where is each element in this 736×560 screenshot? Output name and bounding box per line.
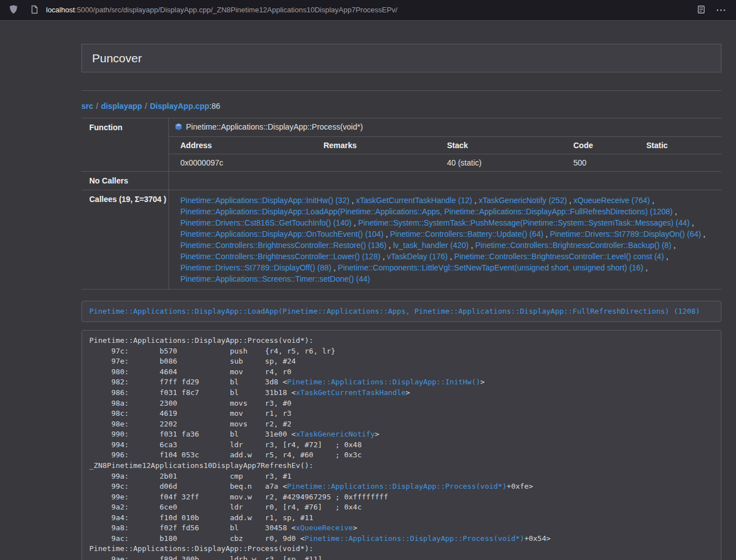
callee-link[interactable]: Pinetime::Applications::DisplayApp::Load… <box>180 207 673 216</box>
col-header-stack: Stack <box>436 137 562 154</box>
col-header-code: Code <box>562 137 635 154</box>
url-text: localhost:5000/path/src/displayapp/Displ… <box>46 6 397 14</box>
callee-link[interactable]: Pinetime::Components::LittleVgl::SetNewT… <box>338 263 643 272</box>
callee-link[interactable]: lv_task_handler (420) <box>393 241 469 250</box>
breadcrumb-link-displayapp[interactable]: displayapp <box>101 102 142 111</box>
callee-link[interactable]: Pinetime::Applications::DisplayApp::Init… <box>180 196 349 205</box>
symbol-static <box>635 154 721 172</box>
callee-link[interactable]: vTaskDelay (176) <box>387 252 447 261</box>
callee-link[interactable]: Pinetime::Applications::DisplayApp::OnTo… <box>180 229 383 238</box>
callee-link[interactable]: xTaskGetCurrentTaskHandle (12) <box>356 196 472 205</box>
no-callers-label: No Callers <box>81 172 169 190</box>
callee-link[interactable]: Pinetime::Controllers::BrightnessControl… <box>454 252 664 261</box>
symbol-stack: 40 (static) <box>436 154 562 172</box>
function-icon <box>175 123 182 132</box>
page-title: Puncover <box>92 52 142 65</box>
callees-list: Pinetime::Applications::DisplayApp::Init… <box>169 190 721 290</box>
symbol-table: Address Remarks Stack Code Static 0x0000… <box>169 137 721 171</box>
breadcrumb: src/displayapp/DisplayApp.cpp:86 <box>81 100 721 112</box>
code-symbol-link[interactable]: Pinetime::Applications::DisplayApp::Proc… <box>305 534 524 543</box>
no-callers-row: No Callers <box>81 172 721 190</box>
code-symbol-link[interactable]: Pinetime::Applications::DisplayApp::Init… <box>287 378 480 386</box>
callee-link[interactable]: xQueueReceive (764) <box>574 196 650 205</box>
callee-link[interactable]: Pinetime::Controllers::BrightnessControl… <box>180 241 386 250</box>
callees-label: Callees (19, Σ=3704 ) <box>81 190 169 290</box>
col-header-remarks: Remarks <box>312 137 436 154</box>
highlighted-symbol-link[interactable]: Pinetime::Applications::DisplayApp::Load… <box>89 307 700 315</box>
reader-view-icon[interactable] <box>693 5 709 14</box>
symbol-remarks <box>312 154 436 172</box>
url-host: localhost <box>46 6 75 14</box>
callee-link[interactable]: Pinetime::Controllers::BrightnessControl… <box>180 252 380 261</box>
url-bar[interactable]: localhost:5000/path/src/displayapp/Displ… <box>25 2 690 17</box>
callee-link[interactable]: Pinetime::Controllers::Battery::Update()… <box>390 229 543 238</box>
symbol-code: 500 <box>562 154 635 172</box>
callees-row: Callees (19, Σ=3704 ) Pinetime::Applicat… <box>81 190 721 290</box>
tracking-protection-shield-icon[interactable] <box>6 4 21 15</box>
breadcrumb-line-number: :86 <box>209 102 220 111</box>
callee-link[interactable]: Pinetime::Applications::Screens::Timer::… <box>180 274 370 283</box>
highlighted-symbol-box: Pinetime::Applications::DisplayApp::Load… <box>81 301 721 322</box>
symbol-address: 0x0000097c <box>169 154 312 172</box>
breadcrumb-separator: / <box>96 102 98 111</box>
code-symbol-link[interactable]: xTaskGenericNotify <box>296 430 375 438</box>
code-symbol-link[interactable]: xQueueReceive <box>296 524 353 532</box>
url-path: :5000/path/src/displayapp/DisplayApp.cpp… <box>75 6 397 14</box>
callee-link[interactable]: Pinetime::Drivers::St7789::DisplayOff() … <box>180 263 331 272</box>
col-header-static: Static <box>635 137 721 154</box>
callee-link[interactable]: Pinetime::Drivers::St7789::DisplayOn() (… <box>550 229 701 238</box>
page-actions-menu-icon[interactable]: ⋯ <box>712 4 730 15</box>
browser-chrome: localhost:5000/path/src/displayapp/Displ… <box>0 0 736 20</box>
page-header: Puncover <box>81 44 721 72</box>
symbol-detail-row: Address Remarks Stack Code Static 0x0000… <box>81 137 721 172</box>
disassembly-code: Pinetime::Applications::DisplayApp::Proc… <box>89 336 551 560</box>
symbol-value-row: 0x0000097c 40 (static) 500 <box>169 154 721 172</box>
callee-link[interactable]: Pinetime::Controllers::BrightnessControl… <box>475 241 671 250</box>
breadcrumb-separator: / <box>145 102 147 111</box>
page-container: Puncover src/displayapp/DisplayApp.cpp:8… <box>81 44 721 560</box>
function-row-label: Function <box>81 118 169 172</box>
callee-link[interactable]: Pinetime::System::SystemTask::PushMessag… <box>358 218 690 227</box>
code-symbol-link[interactable]: xTaskGetCurrentTaskHandle <box>296 388 406 397</box>
function-row: Function Pinetime::Applications::Display… <box>81 118 721 137</box>
disassembly-block: Pinetime::Applications::DisplayApp::Proc… <box>81 330 721 560</box>
page-icon[interactable] <box>27 5 42 14</box>
callee-link[interactable]: Pinetime::Drivers::Cst816S::GetTouchInfo… <box>180 218 351 227</box>
divider <box>81 90 721 91</box>
symbol-header-row: Address Remarks Stack Code Static <box>169 137 721 154</box>
breadcrumb-link-src[interactable]: src <box>81 102 93 111</box>
callee-link[interactable]: xTaskGenericNotify (252) <box>479 196 567 205</box>
function-name: Pinetime::Applications::DisplayApp::Proc… <box>186 122 363 131</box>
code-symbol-link[interactable]: Pinetime::Applications::DisplayApp::Proc… <box>287 482 506 490</box>
breadcrumb-link-file[interactable]: DisplayApp.cpp <box>150 102 209 111</box>
function-table: Function Pinetime::Applications::Display… <box>81 118 721 290</box>
no-callers-value <box>169 172 721 190</box>
col-header-address: Address <box>169 137 312 154</box>
